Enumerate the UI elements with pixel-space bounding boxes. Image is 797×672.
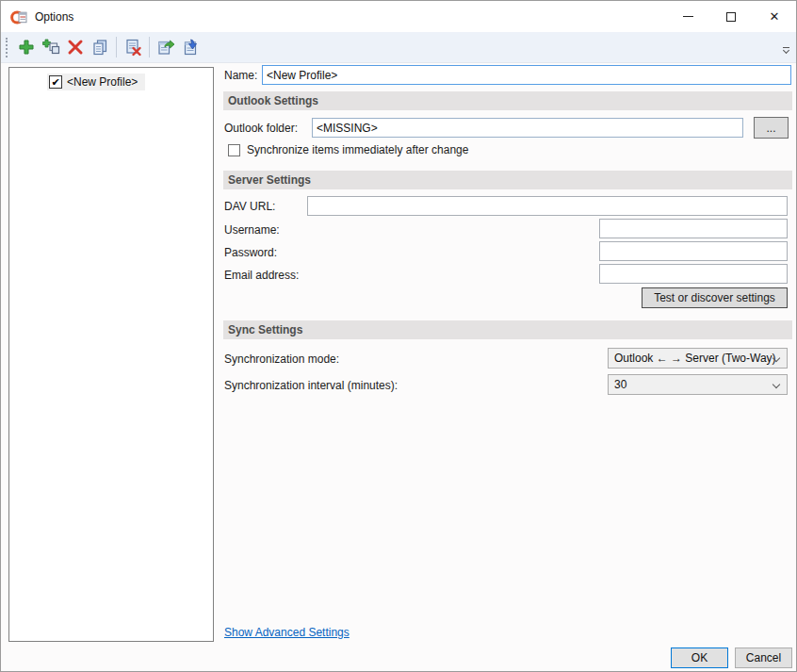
checkmark-icon: ✔ bbox=[51, 77, 59, 88]
import-profiles-icon bbox=[181, 38, 200, 57]
outlook-settings-header: Outlook Settings bbox=[223, 91, 792, 110]
toolbar-separator bbox=[116, 37, 117, 57]
email-address-input[interactable] bbox=[599, 264, 788, 284]
name-label: Name: bbox=[224, 69, 257, 82]
add-profile-button[interactable] bbox=[14, 35, 39, 59]
profile-checkbox[interactable]: ✔ bbox=[49, 75, 62, 89]
close-icon: ✕ bbox=[770, 10, 780, 23]
test-discover-settings-button[interactable]: Test or discover settings bbox=[642, 287, 788, 308]
toolbar-grip-icon bbox=[6, 38, 8, 57]
toolbar-overflow-button[interactable] bbox=[779, 42, 792, 57]
browse-folder-button[interactable]: ... bbox=[754, 117, 789, 139]
cancel-button[interactable]: Cancel bbox=[735, 647, 792, 668]
sync-immediately-checkbox[interactable] bbox=[228, 144, 240, 156]
sync-immediately-label: Synchronize items immediately after chan… bbox=[247, 143, 468, 156]
sync-mode-label: Synchronization mode: bbox=[224, 352, 339, 366]
sync-interval-dropdown[interactable]: 30 bbox=[608, 374, 788, 395]
minimize-button[interactable] bbox=[666, 1, 709, 32]
app-icon bbox=[10, 8, 27, 25]
clear-cache-button[interactable] bbox=[121, 35, 145, 59]
ok-button[interactable]: OK bbox=[671, 647, 728, 668]
import-profiles-button[interactable] bbox=[178, 35, 203, 59]
copy-profile-icon bbox=[90, 38, 109, 57]
delete-profile-button[interactable] bbox=[63, 35, 88, 59]
email-address-label: Email address: bbox=[224, 269, 299, 282]
toolbar bbox=[1, 32, 796, 63]
clear-cache-icon bbox=[123, 38, 142, 57]
maximize-button[interactable] bbox=[709, 1, 753, 32]
outlook-folder-label: Outlook folder: bbox=[224, 122, 298, 135]
sync-interval-value: 30 bbox=[614, 378, 626, 391]
outlook-folder-input[interactable] bbox=[312, 118, 743, 138]
chevron-down-icon bbox=[782, 47, 789, 54]
close-button[interactable]: ✕ bbox=[753, 1, 796, 32]
chevron-down-icon bbox=[773, 381, 780, 388]
add-multiple-profiles-icon bbox=[41, 38, 60, 57]
tree-item-new-profile[interactable]: ✔ <New Profile> bbox=[47, 74, 145, 90]
name-input[interactable] bbox=[262, 65, 791, 85]
server-settings-header: Server Settings bbox=[223, 171, 792, 189]
sync-mode-dropdown[interactable]: Outlook ← → Server (Two-Way) bbox=[608, 348, 788, 369]
password-label: Password: bbox=[224, 246, 277, 259]
copy-profile-button[interactable] bbox=[88, 35, 112, 59]
title-bar: Options ✕ bbox=[1, 1, 796, 32]
sync-settings-header: Sync Settings bbox=[223, 320, 792, 339]
maximize-icon bbox=[726, 12, 736, 22]
add-profile-icon bbox=[17, 38, 36, 57]
window-title: Options bbox=[35, 10, 73, 24]
export-profiles-icon bbox=[156, 38, 175, 57]
password-input[interactable] bbox=[599, 241, 788, 261]
dav-url-label: DAV URL: bbox=[224, 200, 275, 213]
toolbar-separator bbox=[149, 37, 150, 57]
sync-interval-label: Synchronization interval (minutes): bbox=[224, 379, 398, 392]
options-dialog: Options ✕ bbox=[0, 0, 797, 672]
add-multiple-profiles-button[interactable] bbox=[39, 35, 63, 59]
username-label: Username: bbox=[224, 223, 280, 237]
window-controls: ✕ bbox=[666, 1, 796, 32]
profile-label: <New Profile> bbox=[67, 75, 138, 89]
sync-mode-value: Outlook ← → Server (Two-Way) bbox=[614, 352, 776, 365]
username-input[interactable] bbox=[599, 219, 788, 238]
show-advanced-settings-link[interactable]: Show Advanced Settings bbox=[224, 626, 350, 639]
delete-profile-icon bbox=[66, 38, 85, 57]
minimize-icon bbox=[683, 16, 693, 17]
dav-url-input[interactable] bbox=[307, 196, 788, 216]
profiles-tree[interactable]: ✔ <New Profile> bbox=[8, 67, 214, 642]
export-profiles-button[interactable] bbox=[154, 35, 178, 59]
